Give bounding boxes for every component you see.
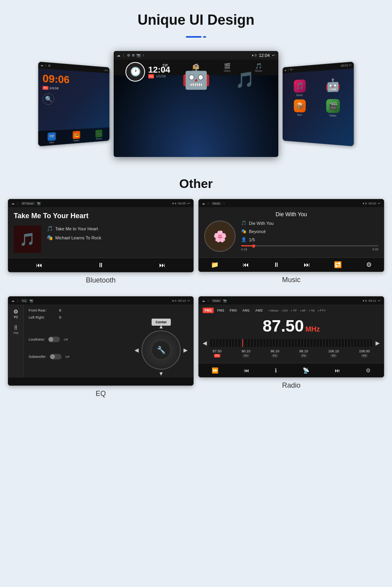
right-app-video[interactable]: 🎬 Video [317,99,350,117]
eq-tab-fab[interactable]: 🎚 FAB [13,324,19,334]
radio-body: FM1 FM2 FM3 AM1 AM2 Mono DX TP AF TA PTY [199,304,384,363]
loudness-toggle[interactable] [48,337,60,342]
center-clock-icon: 🕐 [125,62,145,82]
android-robot: 🤖 [181,63,211,91]
left-search-icon[interactable]: 🔍 [42,93,54,105]
radio-frequency: 87.50MHz [203,315,380,337]
music-prev-button[interactable]: ⏮ [243,261,249,268]
music-folder-button[interactable]: 📁 [211,261,219,268]
preset-p6[interactable]: 108.00 P6 [359,349,370,357]
bt-content: Take Me To Your Heart 🎵 🎵 Take Me to You… [8,207,193,258]
bt-top-bar: ☁⋮ BT Music 📷 ♦ 8 00:05 ↩ [8,199,193,207]
eq-screen: ☁⋮ EQ 📷 ♦ 0 09:13 ↩ ⚙ EQ [8,296,194,386]
eq-steering-area: ▲ ◀ 🔧 ▶ ▼ [142,330,181,370]
bt-prev-button[interactable]: ⏮ [36,262,42,269]
tuner-bar [209,339,373,347]
music-label: Music [198,276,384,284]
bt-controls[interactable]: ⏮ ⏸ ⏭ [8,258,193,272]
music-track-row: 👤 1/5 [241,237,378,242]
am2-band[interactable]: AM2 [253,308,265,313]
fm2-band[interactable]: FM2 [215,308,226,313]
preset-p1[interactable]: 87.50 P1 [213,349,222,357]
music-screen-container: ☁⋮ Music ↑ ♦ 8 00:02 ↩ Die With You 🌸 [198,199,384,292]
other-title: Other [0,177,392,191]
left-nav-navi[interactable]: 🗺 Navi [47,132,56,144]
center-top-bar: ☁⋮⚙⚙📷↑ ♦ 0 12:04 ↩ [114,51,278,60]
radio-prev-button[interactable]: ⏮ [244,367,249,374]
left-nav-radio[interactable]: 📻 Radio [73,131,80,142]
radio-screen: ☁⋮ Radio 📷 ♦ 8 09:11 ↩ FM1 FM2 FM3 [198,296,384,377]
ui-design-screens: ☁ ⋮ ⚙ ♦ 0 09:06 Fri 1/1/16 🔍 🗺 Navi 📻 [0,47,392,169]
fm3-band[interactable]: FM3 [228,308,239,313]
ta-option: TA [309,309,315,312]
right-screen-wrap: ☁ ⋮ ⚙ ↑ 00:01 ↩ 🎵 Music 🤖 📦 Navi [278,65,353,143]
eq-main: Front Rear: 0 Left Right: 0 Loudness: [24,304,193,377]
preset-p4[interactable]: 98.10 P4 [299,349,309,357]
music-controls[interactable]: 📁 ⏮ ⏸ ⏭ 🔁 ⚙ [199,257,384,272]
music-settings-button[interactable]: ⚙ [366,261,372,268]
tune-right-button[interactable]: ▶ [376,340,380,346]
music-body: 🌸 🎵 Die With You 🎭 Beyoncé [204,221,378,253]
eq-subwoofer-row: Subwoofer: Off [29,354,130,359]
radio-label: Radio [198,381,384,390]
radio-ff-button[interactable]: ⏩ [212,367,218,374]
music-meta: 🎵 Die With You 🎭 Beyoncé 👤 1/5 [241,221,378,253]
bt-next-button[interactable]: ⏭ [159,262,165,269]
left-nav-phone[interactable]: 📞 Phone [96,129,102,140]
bluetooth-screen: ☁⋮ BT Music 📷 ♦ 8 00:05 ↩ Take Me To You… [8,199,194,272]
radio-antenna-button[interactable]: 📡 [303,367,309,374]
radio-band-row[interactable]: FM1 FM2 FM3 AM1 AM2 Mono DX TP AF TA PTY [203,308,380,313]
music-song-name-row: 🎵 Die With You [241,221,378,226]
radio-top-bar: ☁⋮ Radio 📷 ♦ 8 09:11 ↩ [199,297,384,304]
eq-down-button[interactable]: ▼ [158,370,164,377]
pty-option: PTY [318,309,326,312]
right-app-music[interactable]: 🎵 Music [286,79,314,97]
eq-body: ⚙ EQ 🎚 FAB Front Rear: 0 [8,304,193,377]
bt-play-button[interactable]: ⏸ [98,262,104,269]
music-note-deco: 🎵 [235,71,255,89]
eq-right-button[interactable]: ▶ [183,347,188,353]
right-app-grid: 🎵 Music 🤖 📦 Navi 🎬 Video [283,68,354,122]
eq-up-button[interactable]: ▲ [158,323,164,330]
preset-p5[interactable]: 106.10 P5 [328,349,339,357]
radio-info-button[interactable]: ℹ [275,367,277,374]
eq-loudness-row: Loudness: Off [29,337,130,342]
music-next-button[interactable]: ⏭ [304,261,310,268]
eq-bottom-bar [8,377,193,385]
bt-song-title: Take Me To Your Heart [14,212,188,220]
fm1-band[interactable]: FM1 [203,308,214,313]
other-section: Other ☁⋮ BT Music 📷 ♦ 8 00:05 ↩ [0,169,392,409]
mono-option: Mono [269,309,278,312]
center-screen-wrap: ☁⋮⚙⚙📷↑ ♦ 0 12:04 ↩ 🕐 12:04 Fri [114,51,278,157]
eq-steering-wheel: 🔧 [142,330,181,370]
tp-option: TP [291,309,297,312]
music-repeat-button[interactable]: 🔁 [334,261,342,268]
tune-left-button[interactable]: ◀ [203,340,207,346]
music-play-button[interactable]: ⏸ [273,261,279,268]
right-app-navi[interactable]: 📦 Navi [286,99,314,117]
eq-front-rear: Front Rear: 0 [29,308,189,312]
radio-options: Mono DX TP AF TA PTY [269,309,326,312]
center-screen: ☁⋮⚙⚙📷↑ ♦ 0 12:04 ↩ 🕐 12:04 Fri [114,51,278,157]
bt-album-art: 🎵 [14,226,41,253]
nav-video[interactable]: 🎬 Video [223,63,230,72]
eq-sidebar: ⚙ EQ 🎚 FAB [8,304,24,377]
bt-meta: 🎵 Take Me to Your Heart 🎭 Michael Learns… [47,226,188,244]
radio-settings-button[interactable]: ⚙ [366,367,371,374]
preset-p2[interactable]: 90.10 P2 [241,349,250,357]
nav-music[interactable]: 🎵 Music [255,63,262,72]
music-album-art: 🌸 [204,221,236,252]
bluetooth-screen-container: ☁⋮ BT Music 📷 ♦ 8 00:05 ↩ Take Me To You… [8,199,194,292]
radio-presets: 87.50 P1 90.10 P2 96.10 P3 98.10 [203,349,380,357]
radio-next-button[interactable]: ⏭ [335,367,340,374]
eq-center-section: Loudness: Off Subwoofer: [29,323,189,374]
eq-left-button[interactable]: ◀ [134,347,139,353]
screens-grid: ☁⋮ BT Music 📷 ♦ 8 00:05 ↩ Take Me To You… [0,199,392,405]
radio-controls[interactable]: ⏩ ⏮ ℹ 📡 ⏭ ⚙ [199,363,384,377]
radio-tuner: ◀ ▶ [203,339,380,347]
preset-p3[interactable]: 96.10 P3 [270,349,279,357]
am1-band[interactable]: AM1 [240,308,252,313]
subwoofer-toggle[interactable] [50,354,62,359]
eq-tab-eq[interactable]: ⚙ EQ [13,308,18,318]
right-app-android[interactable]: 🤖 [317,77,350,96]
